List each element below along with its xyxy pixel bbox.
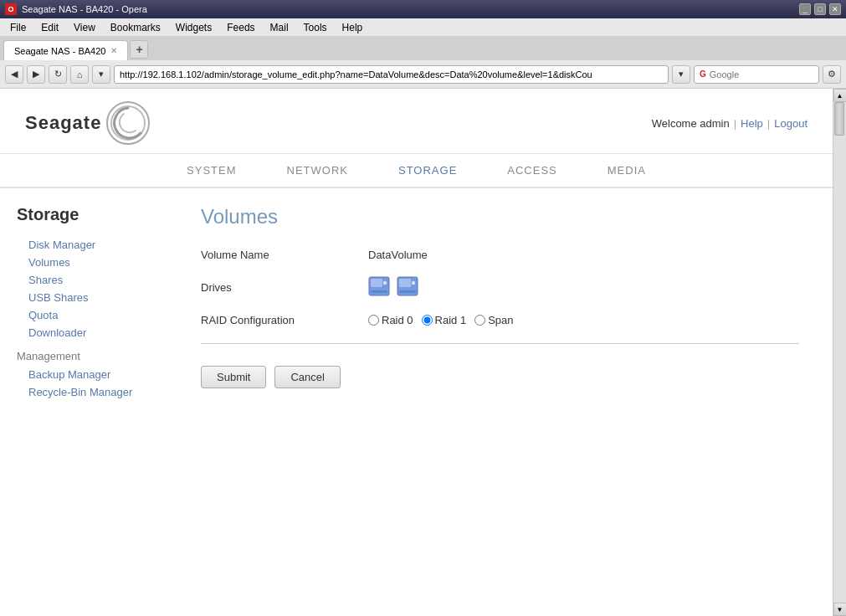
scrollbar-thumb[interactable] xyxy=(834,102,844,136)
sidebar-item-recycle-bin[interactable]: Recycle-Bin Manager xyxy=(17,383,167,401)
site-nav: SYSTEM NETWORK STORAGE ACCESS MEDIA xyxy=(0,154,833,188)
sidebar-item-backup-manager[interactable]: Backup Manager xyxy=(17,366,167,383)
raid-config-row: RAID Configuration Raid 0 Raid 1 Span xyxy=(201,314,799,326)
scrollbar-up-button[interactable]: ▲ xyxy=(833,89,847,102)
menu-bookmarks[interactable]: Bookmarks xyxy=(104,20,167,35)
nav-dropdown-button[interactable]: ▾ xyxy=(672,65,690,84)
menu-feeds[interactable]: Feeds xyxy=(220,20,261,35)
raid-label-span: Span xyxy=(488,314,513,326)
sidebar-item-usb-shares[interactable]: USB Shares xyxy=(17,289,167,306)
maximize-button[interactable]: □ xyxy=(814,3,826,15)
site-header: Seagate Welcome admin | Help | Logout xyxy=(0,89,833,154)
browser-titlebar: O Seagate NAS - BA420 - Opera _ □ ✕ xyxy=(0,0,846,18)
nav-history-button[interactable]: ▾ xyxy=(92,65,110,84)
menu-widgets[interactable]: Widgets xyxy=(169,20,218,35)
sidebar-item-volumes[interactable]: Volumes xyxy=(17,254,167,271)
svg-rect-2 xyxy=(371,279,382,287)
seagate-logo-svg xyxy=(109,104,147,142)
help-link[interactable]: Help xyxy=(741,117,763,130)
raid-option-span[interactable]: Span xyxy=(474,314,513,326)
section-title: Volumes xyxy=(201,205,799,228)
browser-menubar: File Edit View Bookmarks Widgets Feeds M… xyxy=(0,18,846,37)
drive-icon-1 xyxy=(368,276,390,299)
raid-label: RAID Configuration xyxy=(201,314,368,326)
nav-media[interactable]: MEDIA xyxy=(608,164,646,177)
raid-label-1: Raid 1 xyxy=(435,314,467,326)
tab-close-button[interactable]: ✕ xyxy=(110,46,117,55)
content-area: Storage Disk Manager Volumes Shares USB … xyxy=(0,188,833,418)
form-actions: Submit Cancel xyxy=(201,361,799,388)
menu-view[interactable]: View xyxy=(67,20,102,35)
site-logo: Seagate xyxy=(25,101,150,145)
active-tab[interactable]: Seagate NAS - BA420 ✕ xyxy=(3,40,128,60)
raid-radio-span[interactable] xyxy=(474,315,485,326)
sidebar-management-label: Management xyxy=(17,350,167,362)
volume-name-row: Volume Name DataVolume xyxy=(201,249,799,261)
raid-label-0: Raid 0 xyxy=(382,314,413,326)
minimize-button[interactable]: _ xyxy=(799,3,811,15)
search-engine-icon: G xyxy=(700,69,706,79)
svg-point-5 xyxy=(384,282,387,285)
window-controls[interactable]: _ □ ✕ xyxy=(799,3,841,15)
menu-edit[interactable]: Edit xyxy=(34,20,65,35)
raid-radio-0[interactable] xyxy=(368,315,379,326)
sidebar-item-downloader[interactable]: Downloader xyxy=(17,324,167,341)
nav-network[interactable]: NETWORK xyxy=(287,164,348,177)
menu-tools[interactable]: Tools xyxy=(297,20,334,35)
nav-extra-button[interactable]: ⚙ xyxy=(823,65,841,84)
sidebar-item-quota[interactable]: Quota xyxy=(17,306,167,324)
tab-label: Seagate NAS - BA420 xyxy=(14,46,105,56)
cancel-button[interactable]: Cancel xyxy=(274,366,340,388)
raid-radio-1[interactable] xyxy=(422,315,433,326)
submit-button[interactable]: Submit xyxy=(201,366,266,388)
drive-icon-2 xyxy=(397,276,418,299)
logout-link[interactable]: Logout xyxy=(774,117,808,130)
header-links: Welcome admin | Help | Logout xyxy=(652,117,808,130)
nav-access[interactable]: ACCESS xyxy=(507,164,556,177)
volume-name-value: DataVolume xyxy=(368,249,428,261)
raid-option-0[interactable]: Raid 0 xyxy=(368,314,413,326)
new-tab-button[interactable]: + xyxy=(130,40,148,59)
raid-radio-group: Raid 0 Raid 1 Span xyxy=(368,314,514,326)
sidebar-item-shares[interactable]: Shares xyxy=(17,271,167,289)
menu-help[interactable]: Help xyxy=(336,20,370,35)
close-button[interactable]: ✕ xyxy=(829,3,841,15)
search-bar[interactable]: G ▾ xyxy=(694,65,819,84)
browser-icon: O xyxy=(5,3,17,15)
sidebar: Storage Disk Manager Volumes Shares USB … xyxy=(17,205,167,401)
browser-navbar: ◀ ▶ ↻ ⌂ ▾ ▾ G ▾ ⚙ xyxy=(0,60,846,89)
main-section: Volumes Volume Name DataVolume Drives xyxy=(167,205,833,401)
scrollbar-track[interactable] xyxy=(833,102,846,603)
nav-back-button[interactable]: ◀ xyxy=(5,65,23,84)
menu-mail[interactable]: Mail xyxy=(264,20,295,35)
svg-point-10 xyxy=(412,282,414,285)
welcome-text: Welcome admin xyxy=(652,117,730,130)
scrollbar[interactable]: ▲ ▼ xyxy=(833,89,846,616)
drives-row: Drives xyxy=(201,276,799,299)
url-bar[interactable] xyxy=(114,65,669,84)
nav-reload-button[interactable]: ↻ xyxy=(49,65,67,84)
raid-option-1[interactable]: Raid 1 xyxy=(422,314,467,326)
svg-rect-8 xyxy=(399,290,416,293)
nav-storage[interactable]: STORAGE xyxy=(398,164,457,177)
sidebar-item-disk-manager[interactable]: Disk Manager xyxy=(17,236,167,254)
volume-name-label: Volume Name xyxy=(201,249,368,261)
url-input[interactable] xyxy=(120,69,663,80)
svg-rect-3 xyxy=(371,290,387,293)
menu-file[interactable]: File xyxy=(3,20,33,35)
sidebar-title: Storage xyxy=(17,205,167,224)
browser-title: Seagate NAS - BA420 - Opera xyxy=(22,4,799,14)
svg-rect-7 xyxy=(399,279,411,287)
separator-2: | xyxy=(767,117,770,130)
nav-forward-button[interactable]: ▶ xyxy=(27,65,45,84)
nav-system[interactable]: SYSTEM xyxy=(187,164,236,177)
logo-badge xyxy=(106,101,150,145)
page-content: Seagate Welcome admin | Help | Logout xyxy=(0,89,833,616)
scrollbar-down-button[interactable]: ▼ xyxy=(833,603,847,616)
nav-home-button[interactable]: ⌂ xyxy=(70,65,89,84)
drives-value xyxy=(368,276,418,299)
separator-1: | xyxy=(734,117,736,130)
form-divider xyxy=(201,343,799,344)
search-input[interactable] xyxy=(710,69,825,80)
drives-label: Drives xyxy=(201,281,368,294)
